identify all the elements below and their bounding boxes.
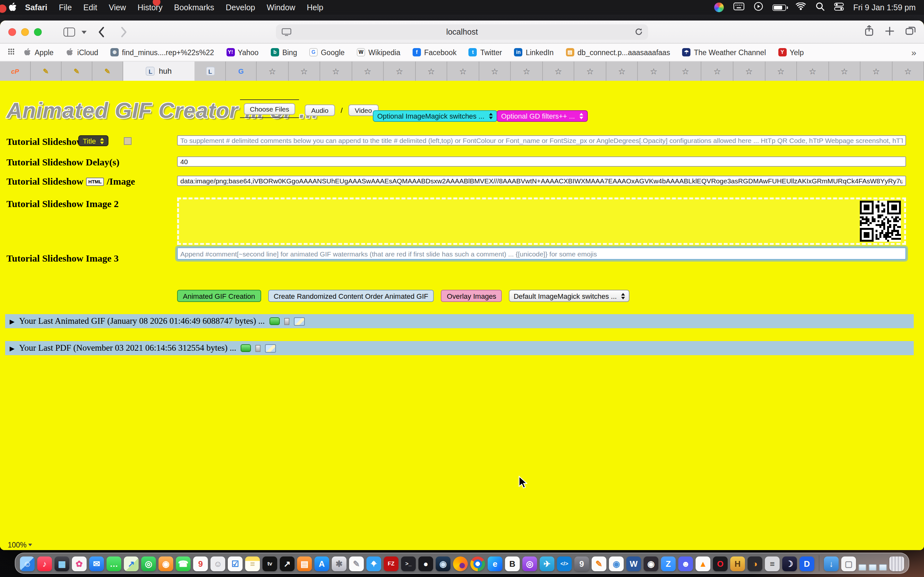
menubar-item-edit[interactable]: Edit (78, 3, 103, 12)
minimize-button[interactable] (21, 28, 29, 36)
vlc-icon[interactable]: ▲ (696, 556, 710, 571)
edge-icon[interactable]: e (488, 556, 502, 571)
share-icon[interactable] (864, 25, 874, 39)
favorite-icloud[interactable]: iCloud (66, 48, 98, 56)
tab-empty-6[interactable]: ☆ (415, 61, 447, 81)
favorite-facebook[interactable]: fFacebook (413, 48, 457, 56)
chrome-icon[interactable] (470, 556, 485, 571)
wifi-icon[interactable] (795, 3, 806, 12)
overlay-images-button[interactable]: Overlay Images (441, 290, 502, 302)
menubar-item-history[interactable]: History (132, 3, 168, 12)
tab-empty-9[interactable]: ☆ (511, 61, 543, 81)
facetime-icon[interactable]: ☎ (176, 556, 191, 571)
textedit-icon[interactable]: ✎ (349, 556, 364, 571)
tab-empty-16[interactable]: ☆ (733, 61, 765, 81)
comment-input[interactable] (177, 247, 906, 259)
tab-empty-12[interactable]: ☆ (606, 61, 638, 81)
keyboard-icon[interactable] (733, 3, 744, 12)
tab-empty-7[interactable]: ☆ (447, 61, 479, 81)
contacts-icon[interactable]: ☺ (210, 556, 225, 571)
sidebar-toggle-icon[interactable] (63, 27, 75, 37)
terminal-icon[interactable]: >_ (401, 556, 416, 571)
audio-button[interactable]: Audio (305, 105, 335, 116)
maximize-button[interactable] (34, 28, 42, 36)
apple-menu-icon[interactable] (8, 3, 17, 12)
photos-icon[interactable]: ✿ (72, 556, 87, 571)
handbrake-icon[interactable]: H (730, 556, 745, 571)
pages-icon[interactable]: ✎ (591, 556, 606, 571)
tab-empty-13[interactable]: ☆ (638, 61, 670, 81)
finder-icon[interactable]: ☺ (20, 556, 35, 571)
page-settings-icon[interactable] (282, 28, 291, 38)
menubar-item-develop[interactable]: Develop (220, 3, 261, 12)
file-chip-icon[interactable] (284, 318, 289, 325)
tab-empty-5[interactable]: ☆ (384, 61, 415, 81)
notes-icon[interactable]: ≡ (245, 556, 260, 571)
reminders-icon[interactable]: ☑ (228, 556, 242, 571)
github-icon[interactable]: ● (418, 556, 433, 571)
forward-button[interactable] (121, 26, 128, 40)
launchpad-icon[interactable]: ▦ (55, 556, 69, 571)
bookmarks-grid-icon[interactable] (8, 48, 15, 56)
zoom-icon[interactable]: Z (661, 556, 676, 571)
downloads-folder-icon[interactable]: ↓ (824, 556, 838, 571)
image2-dropzone[interactable] (177, 197, 906, 245)
bbedit-icon[interactable]: B (505, 556, 520, 571)
tab-empty-11[interactable]: ☆ (575, 61, 606, 81)
minimized-window-1[interactable] (859, 564, 866, 571)
tab-l[interactable]: L (195, 61, 226, 81)
books-icon[interactable]: ▤ (297, 556, 312, 571)
tab-tool-1[interactable]: ✎ (31, 61, 61, 81)
messages-icon[interactable]: … (107, 556, 121, 571)
minimized-window-3[interactable] (879, 564, 887, 571)
menubar-clock[interactable]: Fri 9 Jan 1:59 pm (853, 3, 916, 12)
battery-icon[interactable] (772, 4, 786, 11)
appstore-icon[interactable]: A (314, 556, 329, 571)
menubar-item-safari[interactable]: Safari (19, 3, 53, 12)
discord-icon[interactable]: ☻ (678, 556, 693, 571)
trash-icon[interactable] (889, 556, 904, 571)
disclosure-triangle-icon[interactable]: ▶ (10, 318, 15, 325)
favorite-bing[interactable]: bBing (271, 48, 297, 56)
favorite-yahoo[interactable]: Y!Yahoo (226, 48, 258, 56)
favorite-linkedin[interactable]: inLinkedIn (514, 48, 554, 56)
last-pdf-summary[interactable]: ▶ Your Last PDF (November 03 2021 06:14:… (5, 341, 914, 355)
tab-cpanel[interactable]: cP (0, 61, 31, 81)
new-tab-icon[interactable] (885, 26, 895, 38)
favorite-google[interactable]: GGoogle (309, 48, 344, 56)
keypad-icon[interactable]: 9 (574, 556, 589, 571)
favorite-apple[interactable]: Apple (23, 48, 53, 56)
address-bar[interactable]: localhost (276, 24, 648, 40)
tab-huh-active[interactable]: Lhuh (123, 61, 195, 81)
obs-icon[interactable]: ◉ (644, 556, 658, 571)
tab-empty-14[interactable]: ☆ (670, 61, 702, 81)
music-icon[interactable]: ♪ (37, 556, 52, 571)
word-icon[interactable]: W (626, 556, 641, 571)
search-icon[interactable] (815, 2, 824, 13)
gd-filters-select[interactable]: Optional GD filters++ ... (497, 110, 588, 122)
play-icon[interactable] (754, 2, 762, 13)
favorite-wikipedia[interactable]: WWikipedia (357, 48, 401, 56)
control-center-icon[interactable] (834, 2, 843, 13)
file-chip-icon[interactable] (255, 345, 260, 351)
mail-icon[interactable]: ✉ (89, 556, 104, 571)
zoom-indicator[interactable]: 100% (8, 541, 32, 549)
blender-icon[interactable]: ◑ (748, 556, 762, 571)
tab-tool-3[interactable]: ✎ (92, 61, 123, 81)
tab-empty-1[interactable]: ☆ (257, 61, 288, 81)
imagemagick-select[interactable]: Optional ImageMagick switches ... (373, 110, 497, 122)
telegram-icon[interactable]: ✈ (540, 556, 554, 571)
minimized-window-2[interactable] (869, 564, 877, 571)
back-button[interactable] (97, 26, 105, 40)
photobooth-icon[interactable]: ◉ (158, 556, 173, 571)
favorite-find-minus-rep-22s-22[interactable]: ⊕find_minus....rep+%22s%22 (110, 48, 214, 56)
gif-preview-icon[interactable] (269, 318, 279, 325)
menubar-item-help[interactable]: Help (301, 3, 329, 12)
title-checkbox[interactable] (124, 137, 132, 145)
opera-icon[interactable]: O (713, 556, 728, 571)
findmy-icon[interactable]: ◎ (141, 556, 156, 571)
filezilla-icon[interactable]: FZ (384, 556, 399, 571)
randomized-gif-button[interactable]: Create Randomized Content Order Animated… (268, 290, 434, 302)
disclosure-triangle-icon[interactable]: ▶ (10, 345, 15, 351)
default-switches-select[interactable]: Default ImageMagick switches ... (509, 290, 630, 302)
